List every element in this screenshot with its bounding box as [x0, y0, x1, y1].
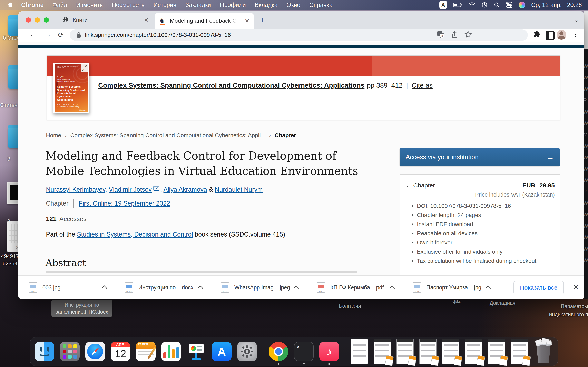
download-item-003jpg[interactable]: JPG 003.jpg [18, 276, 114, 299]
menu-item-chrome[interactable]: Chrome [21, 2, 44, 8]
tab-close-icon[interactable]: ✕ [245, 17, 250, 24]
dock-appstore-icon[interactable]: A [212, 342, 232, 361]
tab-books[interactable]: Книги ✕ [59, 11, 153, 29]
minimized-document[interactable] [419, 339, 437, 364]
benefit-item: Tax calculation will be finalised during… [412, 258, 554, 264]
chevron-up-icon[interactable] [293, 285, 299, 291]
breadcrumb-book-link[interactable]: Complex Systems: Spanning Control and Co… [70, 132, 265, 138]
tab-search-chevron-icon[interactable]: ⌄ [574, 16, 579, 24]
minimized-document[interactable] [511, 339, 528, 364]
file-ext: DOCX [125, 290, 133, 292]
dock-numbers-icon[interactable] [161, 342, 181, 361]
chevron-down-icon: ⌄ [406, 183, 410, 188]
dock-settings-icon[interactable] [237, 342, 257, 361]
traffic-light-close[interactable] [26, 17, 31, 23]
dock-terminal-icon[interactable]: >_ [294, 342, 314, 361]
siri-icon[interactable] [519, 2, 525, 8]
dock-pages-icon[interactable]: PAGES [136, 342, 156, 361]
control-center-icon[interactable] [506, 2, 512, 8]
menu-item-window[interactable]: Окно [287, 2, 300, 8]
lock-icon[interactable] [76, 32, 81, 38]
desktop-label-params[interactable]: Параметры индикативного п [523, 302, 588, 318]
desktop-label-dokladnaya[interactable]: Докладная [490, 300, 516, 306]
dock-launchpad-icon[interactable] [60, 342, 80, 361]
dock-keynote-icon[interactable] [187, 342, 206, 361]
desktop-selected-file-label[interactable]: Инструкция по заполнени...ППС.docx [52, 300, 112, 317]
bookmark-star-icon[interactable] [465, 31, 472, 38]
traffic-light-zoom[interactable] [44, 17, 49, 23]
desktop-label-bolgaria[interactable]: Болгария [339, 303, 361, 309]
menu-item-history[interactable]: История [154, 2, 176, 8]
tab-active-chapter[interactable]: ♞ Modeling and Feedback Contr ✕ [155, 13, 254, 29]
download-item-pdf[interactable]: PDF КП ГФ Керимба....pdf [306, 276, 402, 299]
music-note-glyph: ♪ [327, 345, 332, 358]
author-link-akramova[interactable]: Aliya Akramova [164, 186, 207, 193]
menu-item-help[interactable]: Справка [309, 2, 333, 8]
forward-button[interactable]: → [44, 30, 52, 39]
minimized-document[interactable] [351, 339, 368, 364]
menu-item-profiles[interactable]: Профили [220, 2, 246, 8]
access-institution-button[interactable]: Access via your institution → [399, 148, 560, 166]
minimized-document[interactable] [465, 339, 482, 364]
show-all-downloads-button[interactable]: Показать все [513, 281, 564, 294]
side-panel-icon[interactable] [545, 31, 554, 40]
minimized-document[interactable] [397, 339, 414, 364]
profile-avatar[interactable] [557, 30, 566, 40]
menu-item-view[interactable]: Посмотреть [112, 2, 145, 8]
running-indicator [303, 363, 305, 364]
menu-item-tab[interactable]: Вкладка [255, 2, 278, 8]
download-item-whatsapp-jpeg[interactable]: JPEG WhatsApp Imag....jpeg [210, 276, 306, 299]
cite-as-link[interactable]: Cite as [412, 82, 433, 89]
dock-chrome-icon[interactable] [269, 342, 288, 361]
book-cover[interactable]: Studies in Systems, Decision and Control… [53, 63, 89, 113]
breadcrumb-home-link[interactable]: Home [46, 132, 61, 138]
translate-icon[interactable]: G文 [437, 31, 445, 39]
dock-music-icon[interactable]: ♪ [319, 342, 339, 361]
menu-bar-clock[interactable]: Ср, 12 апр. 20:28 [531, 2, 582, 8]
minimized-document[interactable] [488, 339, 505, 364]
first-online-link[interactable]: First Online: 19 September 2022 [79, 200, 170, 207]
battery-icon[interactable] [453, 2, 462, 7]
menu-item-bookmarks[interactable]: Закладки [185, 2, 211, 8]
download-item-passport-jpg[interactable]: JPG Паспорт Умирза....jpg [402, 276, 498, 299]
browser-menu-dots-icon[interactable]: ⋮ [572, 30, 579, 38]
address-bar[interactable]: link.springer.com/chapter/10.1007/978-3-… [70, 29, 528, 41]
new-tab-button[interactable]: + [260, 15, 265, 25]
series-link[interactable]: Studies in Systems, Decision and Control [77, 231, 193, 238]
book-series-line: Part of the Studies in Systems, Decision… [46, 231, 285, 238]
reload-button[interactable]: ⟳ [58, 31, 64, 39]
input-source-icon[interactable]: A [439, 1, 447, 9]
minimized-document[interactable] [374, 339, 391, 364]
chevron-up-icon[interactable] [389, 285, 395, 291]
download-item-docx[interactable]: DOCX Инструкция по....docx [114, 276, 210, 299]
chevron-up-icon[interactable] [485, 285, 491, 291]
spotlight-search-icon[interactable] [494, 2, 500, 8]
author-link-nurym[interactable]: Nurdaulet Nurym [215, 186, 263, 193]
minimized-document[interactable] [442, 339, 459, 364]
book-title-link[interactable]: Complex Systems: Spanning Control and Co… [98, 82, 364, 89]
dock-finder-icon[interactable] [35, 342, 54, 361]
dock-trash-icon[interactable] [534, 340, 553, 364]
chevron-up-icon[interactable] [102, 285, 107, 291]
chevron-up-icon[interactable] [198, 285, 203, 291]
extensions-puzzle-icon[interactable] [533, 31, 541, 39]
back-button[interactable]: ← [29, 30, 37, 39]
download-filename: Паспорт Умирза....jpg [426, 284, 481, 291]
wifi-icon[interactable] [468, 2, 475, 8]
purchase-card-header[interactable]: ⌄ Chapter EUR 29.95 [406, 182, 555, 189]
apple-icon[interactable] [8, 2, 13, 8]
author-link-jotsov[interactable]: Vladimir Jotsov [109, 186, 152, 193]
edge-letter: W [584, 166, 588, 172]
close-downloads-bar-icon[interactable]: ✕ [573, 284, 579, 291]
menu-item-file[interactable]: Файл [53, 2, 67, 8]
dock-calendar-icon[interactable]: АПР. 12 [111, 342, 130, 361]
traffic-light-minimize[interactable] [35, 17, 40, 23]
share-icon[interactable] [451, 31, 458, 39]
email-envelope-icon[interactable] [153, 185, 159, 192]
time-machine-icon[interactable] [481, 2, 488, 8]
menu-item-edit[interactable]: Изменить [76, 2, 103, 8]
dock-safari-icon[interactable] [85, 342, 105, 361]
cover-expand-icon[interactable]: ↗↙ [81, 64, 88, 72]
tab-close-icon[interactable]: ✕ [144, 17, 149, 24]
author-link-kerimbayev[interactable]: Nurassyl Kerimbayev [46, 186, 105, 193]
